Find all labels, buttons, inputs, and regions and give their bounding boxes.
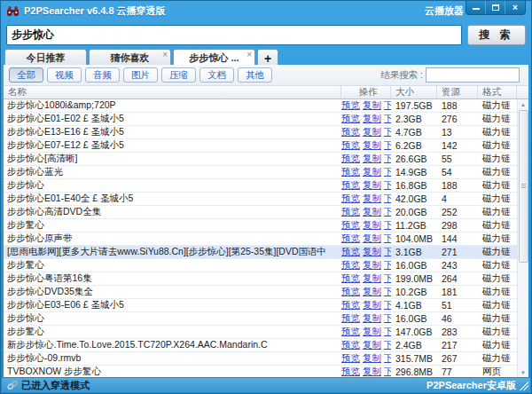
download-link[interactable]: 下载 bbox=[384, 339, 391, 351]
download-link[interactable]: 下载 bbox=[384, 193, 391, 205]
download-link[interactable]: 下载 bbox=[384, 219, 391, 232]
preview-link[interactable]: 预览 bbox=[341, 179, 360, 192]
preview-link[interactable]: 预览 bbox=[341, 299, 360, 311]
copy-link[interactable]: 复制 bbox=[363, 246, 381, 258]
table-row[interactable]: 步步惊心1080i&amp;720P 预览 复制 下载 197.5GB 188 … bbox=[4, 99, 517, 113]
scroll-down-button[interactable]: ▼ bbox=[518, 367, 529, 377]
copy-link[interactable]: 复制 bbox=[363, 299, 381, 311]
download-link[interactable]: 下载 bbox=[384, 352, 391, 365]
table-row[interactable]: 步步惊心高清DVD全集 预览 复制 下载 20.0GB 252 磁力链 bbox=[4, 206, 517, 219]
preview-link[interactable]: 预览 bbox=[341, 312, 360, 325]
preview-link[interactable]: 预览 bbox=[341, 366, 360, 377]
column-header-actions[interactable]: 操作 bbox=[341, 86, 391, 98]
filter-all[interactable]: 全部 bbox=[9, 67, 43, 83]
download-link[interactable]: 下载 bbox=[384, 139, 391, 152]
download-link[interactable]: 下载 bbox=[384, 166, 391, 178]
download-link[interactable]: 下载 bbox=[384, 153, 391, 165]
preview-link[interactable]: 预览 bbox=[341, 153, 360, 165]
download-link[interactable]: 下载 bbox=[384, 206, 391, 218]
copy-link[interactable]: 复制 bbox=[363, 326, 381, 338]
preview-link[interactable]: 预览 bbox=[341, 99, 360, 112]
copy-link[interactable]: 复制 bbox=[363, 153, 381, 165]
preview-link[interactable]: 预览 bbox=[341, 193, 360, 205]
download-link[interactable]: 下载 bbox=[384, 99, 391, 112]
filter-video[interactable]: 视频 bbox=[47, 67, 82, 83]
table-row[interactable]: 步步惊心蓝光 预览 复制 下载 14.9GB 54 磁力链 bbox=[4, 166, 517, 179]
cloud-player-link[interactable]: 云播放器 bbox=[425, 4, 464, 18]
scrollbar-thumb[interactable] bbox=[519, 110, 528, 263]
download-link[interactable]: 下载 bbox=[384, 326, 391, 338]
preview-link[interactable]: 预览 bbox=[341, 206, 360, 218]
table-row[interactable]: 步步惊心粤语第16集 预览 复制 下载 199.0MB 264 磁力链 bbox=[4, 272, 517, 286]
tab-today-recommend[interactable]: 今日推荐 bbox=[4, 49, 87, 67]
filter-archive[interactable]: 压缩 bbox=[161, 67, 196, 83]
filter-image[interactable]: 图片 bbox=[123, 67, 158, 83]
download-link[interactable]: 下载 bbox=[384, 312, 391, 325]
copy-link[interactable]: 复制 bbox=[363, 206, 381, 218]
column-header-format[interactable]: 格式 bbox=[478, 86, 517, 98]
copy-link[interactable]: 复制 bbox=[363, 139, 381, 152]
copy-link[interactable]: 复制 bbox=[363, 193, 381, 205]
tab-close-icon[interactable]: × bbox=[162, 50, 168, 59]
preview-link[interactable]: 预览 bbox=[341, 126, 360, 138]
copy-link[interactable]: 复制 bbox=[363, 99, 381, 112]
copy-link[interactable]: 复制 bbox=[363, 259, 381, 272]
preview-link[interactable]: 预览 bbox=[341, 246, 360, 258]
download-link[interactable]: 下载 bbox=[384, 299, 391, 311]
android-version-link[interactable]: P2PSearcher安卓版 bbox=[426, 379, 516, 392]
copy-link[interactable]: 复制 bbox=[363, 166, 381, 178]
minimize-button[interactable] bbox=[466, 1, 486, 14]
close-button[interactable]: × bbox=[505, 1, 525, 14]
scroll-up-button[interactable]: ▲ bbox=[518, 99, 529, 109]
download-link[interactable]: 下载 bbox=[384, 366, 391, 377]
copy-link[interactable]: 复制 bbox=[363, 179, 381, 192]
tab-guess-you-like[interactable]: 猜你喜欢 × bbox=[89, 49, 171, 67]
copy-link[interactable]: 复制 bbox=[363, 339, 381, 351]
preview-link[interactable]: 预览 bbox=[341, 272, 360, 285]
download-link[interactable]: 下载 bbox=[384, 286, 391, 298]
preview-link[interactable]: 预览 bbox=[341, 166, 360, 178]
copy-link[interactable]: 复制 bbox=[363, 272, 381, 285]
download-link[interactable]: 下载 bbox=[384, 246, 391, 258]
table-row[interactable]: 步步惊心[高清晰] 预览 复制 下载 26.6GB 55 磁力链 bbox=[4, 153, 517, 166]
download-link[interactable]: 下载 bbox=[384, 259, 391, 272]
download-link[interactable]: 下载 bbox=[384, 179, 391, 192]
preview-link[interactable]: 预览 bbox=[341, 352, 360, 365]
filter-other[interactable]: 其他 bbox=[238, 67, 272, 83]
column-header-resources[interactable]: 资源 bbox=[437, 86, 478, 98]
copy-link[interactable]: 复制 bbox=[363, 366, 381, 377]
new-tab-button[interactable]: + bbox=[257, 49, 278, 67]
table-row[interactable]: 步步驚心 预览 复制 下载 147.0GB 283 磁力链 bbox=[4, 326, 517, 339]
table-row[interactable]: 步步惊心E01-E40全 £ 圣城小5 预览 复制 下载 42.0GB 4 磁力… bbox=[4, 193, 517, 206]
download-link[interactable]: 下载 bbox=[384, 113, 391, 125]
table-row[interactable]: 新步步惊心.Time.To.Love.2015.TC720P.X264.AAC.… bbox=[4, 339, 517, 352]
table-row[interactable]: 步步惊心 预览 复制 下载 16.8GB 188 磁力链 bbox=[4, 179, 517, 193]
preview-link[interactable]: 预览 bbox=[341, 113, 360, 125]
preview-link[interactable]: 预览 bbox=[341, 259, 360, 272]
preview-link[interactable]: 预览 bbox=[341, 219, 360, 232]
copy-link[interactable]: 复制 bbox=[363, 312, 381, 325]
table-row[interactable]: 步步惊心E03-E06 £ 圣城小5 预览 复制 下载 4.1GB 51 磁力链 bbox=[4, 299, 517, 312]
filter-document[interactable]: 文档 bbox=[200, 67, 234, 83]
search-input[interactable] bbox=[6, 25, 462, 45]
preview-link[interactable]: 预览 bbox=[341, 326, 360, 338]
download-link[interactable]: 下载 bbox=[384, 126, 391, 138]
resize-grip-icon[interactable] bbox=[520, 382, 528, 390]
preview-link[interactable]: 预览 bbox=[341, 232, 360, 245]
copy-link[interactable]: 复制 bbox=[363, 126, 381, 138]
table-row[interactable]: 步步惊心DVD35集全 预览 复制 下载 10.2GB 181 磁力链 bbox=[4, 286, 517, 299]
preview-link[interactable]: 预览 bbox=[341, 339, 360, 351]
download-link[interactable]: 下载 bbox=[384, 232, 391, 245]
preview-link[interactable]: 预览 bbox=[341, 286, 360, 298]
preview-link[interactable]: 预览 bbox=[341, 139, 360, 152]
table-row[interactable]: 步步惊心原声带 预览 复制 下载 104.0MB 144 磁力链 bbox=[4, 232, 517, 246]
copy-link[interactable]: 复制 bbox=[363, 113, 381, 125]
table-row[interactable]: [思雨电影网][更多大片请去www.SiYu88.Cn][步步惊心][第25-3… bbox=[4, 246, 517, 259]
tab-close-icon[interactable]: × bbox=[246, 50, 252, 59]
column-header-size[interactable]: 大小 bbox=[391, 86, 437, 98]
download-link[interactable]: 下载 bbox=[384, 272, 391, 285]
column-header-name[interactable]: 名称 bbox=[4, 86, 341, 98]
table-row[interactable]: 步步惊心E07-E12 £ 圣城小5 预览 复制 下载 6.2GB 142 磁力… bbox=[4, 139, 517, 153]
maximize-button[interactable] bbox=[486, 1, 505, 14]
table-row[interactable]: 步步驚心 预览 复制 下载 11.2GB 298 磁力链 bbox=[4, 219, 517, 232]
